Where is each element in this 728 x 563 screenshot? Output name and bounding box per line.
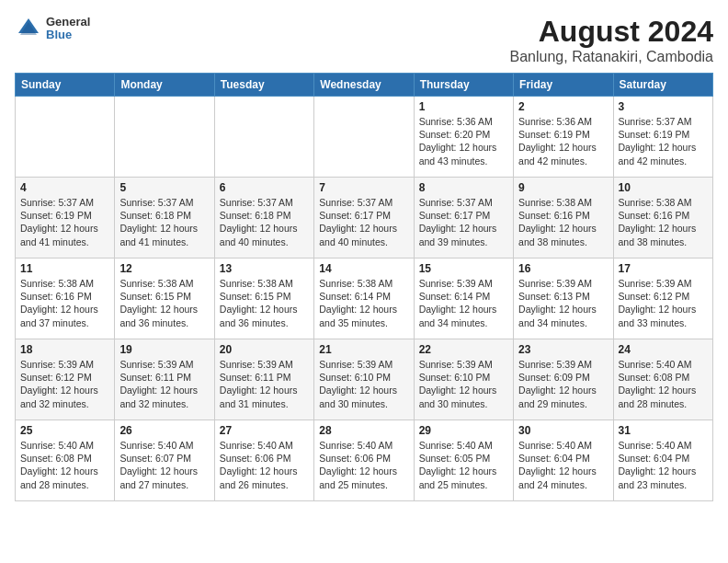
calendar-week-4: 18Sunrise: 5:39 AM Sunset: 6:12 PM Dayli… [16, 339, 713, 420]
day-info: Sunrise: 5:40 AM Sunset: 6:06 PM Dayligh… [319, 439, 408, 491]
day-number: 25 [20, 424, 109, 437]
calendar-cell: 28Sunrise: 5:40 AM Sunset: 6:06 PM Dayli… [314, 420, 414, 501]
calendar-cell: 18Sunrise: 5:39 AM Sunset: 6:12 PM Dayli… [16, 339, 115, 420]
day-number: 19 [119, 343, 209, 356]
day-info: Sunrise: 5:37 AM Sunset: 6:17 PM Dayligh… [419, 196, 508, 248]
day-number: 24 [619, 343, 708, 356]
calendar-cell: 16Sunrise: 5:39 AM Sunset: 6:13 PM Dayli… [514, 259, 613, 339]
page-subtitle: Banlung, Ratanakiri, Cambodia [510, 49, 713, 65]
day-info: Sunrise: 5:38 AM Sunset: 6:16 PM Dayligh… [20, 277, 109, 329]
day-number: 5 [119, 181, 209, 194]
day-info: Sunrise: 5:38 AM Sunset: 6:14 PM Dayligh… [319, 277, 408, 329]
calendar-table: SundayMondayTuesdayWednesdayThursdayFrid… [15, 73, 713, 501]
day-info: Sunrise: 5:37 AM Sunset: 6:19 PM Dayligh… [619, 115, 708, 167]
calendar-cell: 23Sunrise: 5:39 AM Sunset: 6:09 PM Dayli… [514, 339, 613, 420]
day-number: 21 [319, 343, 408, 356]
day-info: Sunrise: 5:37 AM Sunset: 6:18 PM Dayligh… [119, 196, 209, 248]
day-number: 22 [419, 343, 508, 356]
day-info: Sunrise: 5:39 AM Sunset: 6:12 PM Dayligh… [20, 358, 109, 410]
calendar-week-2: 4Sunrise: 5:37 AM Sunset: 6:19 PM Daylig… [16, 178, 713, 259]
calendar-cell: 15Sunrise: 5:39 AM Sunset: 6:14 PM Dayli… [414, 259, 513, 339]
day-info: Sunrise: 5:39 AM Sunset: 6:14 PM Dayligh… [419, 277, 508, 329]
calendar-week-1: 1Sunrise: 5:36 AM Sunset: 6:20 PM Daylig… [16, 97, 713, 178]
calendar-cell: 27Sunrise: 5:40 AM Sunset: 6:06 PM Dayli… [214, 420, 313, 501]
calendar-cell: 17Sunrise: 5:39 AM Sunset: 6:12 PM Dayli… [613, 259, 712, 339]
logo-icon [15, 15, 42, 42]
day-info: Sunrise: 5:40 AM Sunset: 6:07 PM Dayligh… [119, 439, 209, 491]
weekday-header-tuesday: Tuesday [214, 74, 313, 97]
day-number: 10 [619, 181, 708, 194]
weekday-header-monday: Monday [115, 74, 214, 97]
calendar-cell: 11Sunrise: 5:38 AM Sunset: 6:16 PM Dayli… [16, 259, 115, 339]
day-number: 12 [119, 262, 209, 275]
calendar-cell: 14Sunrise: 5:38 AM Sunset: 6:14 PM Dayli… [314, 259, 414, 339]
day-info: Sunrise: 5:38 AM Sunset: 6:15 PM Dayligh… [119, 277, 209, 329]
calendar-cell: 25Sunrise: 5:40 AM Sunset: 6:08 PM Dayli… [16, 420, 115, 501]
day-number: 14 [319, 262, 408, 275]
logo-blue: Blue [46, 29, 90, 41]
day-number: 13 [220, 262, 309, 275]
calendar-week-3: 11Sunrise: 5:38 AM Sunset: 6:16 PM Dayli… [16, 259, 713, 339]
day-info: Sunrise: 5:39 AM Sunset: 6:13 PM Dayligh… [518, 277, 608, 329]
calendar-cell: 30Sunrise: 5:40 AM Sunset: 6:04 PM Dayli… [514, 420, 613, 501]
day-info: Sunrise: 5:40 AM Sunset: 6:04 PM Dayligh… [518, 439, 608, 491]
day-info: Sunrise: 5:36 AM Sunset: 6:20 PM Dayligh… [419, 115, 508, 167]
calendar-cell: 1Sunrise: 5:36 AM Sunset: 6:20 PM Daylig… [414, 97, 513, 178]
day-info: Sunrise: 5:39 AM Sunset: 6:11 PM Dayligh… [119, 358, 209, 410]
day-number: 4 [20, 181, 109, 194]
calendar-cell: 4Sunrise: 5:37 AM Sunset: 6:19 PM Daylig… [16, 178, 115, 259]
calendar-cell [314, 97, 414, 178]
weekday-row: SundayMondayTuesdayWednesdayThursdayFrid… [16, 74, 713, 97]
day-info: Sunrise: 5:37 AM Sunset: 6:17 PM Dayligh… [319, 196, 408, 248]
calendar-cell [115, 97, 214, 178]
day-info: Sunrise: 5:39 AM Sunset: 6:10 PM Dayligh… [419, 358, 508, 410]
day-info: Sunrise: 5:40 AM Sunset: 6:08 PM Dayligh… [20, 439, 109, 491]
calendar-cell: 24Sunrise: 5:40 AM Sunset: 6:08 PM Dayli… [613, 339, 712, 420]
weekday-header-thursday: Thursday [414, 74, 513, 97]
day-number: 11 [20, 262, 109, 275]
day-info: Sunrise: 5:38 AM Sunset: 6:16 PM Dayligh… [518, 196, 608, 248]
calendar-cell: 10Sunrise: 5:38 AM Sunset: 6:16 PM Dayli… [613, 178, 712, 259]
day-number: 6 [220, 181, 309, 194]
calendar-cell: 9Sunrise: 5:38 AM Sunset: 6:16 PM Daylig… [514, 178, 613, 259]
day-number: 16 [518, 262, 608, 275]
calendar-cell: 31Sunrise: 5:40 AM Sunset: 6:04 PM Dayli… [613, 420, 712, 501]
page-title: August 2024 [510, 15, 713, 49]
day-number: 15 [419, 262, 508, 275]
weekday-header-sunday: Sunday [16, 74, 115, 97]
calendar-cell: 20Sunrise: 5:39 AM Sunset: 6:11 PM Dayli… [214, 339, 313, 420]
weekday-header-wednesday: Wednesday [314, 74, 414, 97]
calendar-cell: 8Sunrise: 5:37 AM Sunset: 6:17 PM Daylig… [414, 178, 513, 259]
day-info: Sunrise: 5:39 AM Sunset: 6:12 PM Dayligh… [619, 277, 708, 329]
day-number: 3 [619, 100, 708, 113]
day-info: Sunrise: 5:37 AM Sunset: 6:18 PM Dayligh… [220, 196, 309, 248]
weekday-header-friday: Friday [514, 74, 613, 97]
weekday-header-saturday: Saturday [613, 74, 712, 97]
day-number: 1 [419, 100, 508, 113]
day-number: 8 [419, 181, 508, 194]
day-info: Sunrise: 5:40 AM Sunset: 6:08 PM Dayligh… [619, 358, 708, 410]
day-number: 29 [419, 424, 508, 437]
logo: General Blue [15, 15, 90, 42]
day-number: 17 [619, 262, 708, 275]
day-info: Sunrise: 5:39 AM Sunset: 6:09 PM Dayligh… [518, 358, 608, 410]
day-info: Sunrise: 5:40 AM Sunset: 6:06 PM Dayligh… [220, 439, 309, 491]
calendar-cell: 2Sunrise: 5:36 AM Sunset: 6:19 PM Daylig… [514, 97, 613, 178]
calendar-cell: 22Sunrise: 5:39 AM Sunset: 6:10 PM Dayli… [414, 339, 513, 420]
day-number: 28 [319, 424, 408, 437]
day-number: 23 [518, 343, 608, 356]
calendar-cell: 3Sunrise: 5:37 AM Sunset: 6:19 PM Daylig… [613, 97, 712, 178]
day-number: 30 [518, 424, 608, 437]
calendar-cell: 19Sunrise: 5:39 AM Sunset: 6:11 PM Dayli… [115, 339, 214, 420]
day-info: Sunrise: 5:40 AM Sunset: 6:04 PM Dayligh… [619, 439, 708, 491]
day-number: 18 [20, 343, 109, 356]
calendar-cell: 13Sunrise: 5:38 AM Sunset: 6:15 PM Dayli… [214, 259, 313, 339]
day-info: Sunrise: 5:40 AM Sunset: 6:05 PM Dayligh… [419, 439, 508, 491]
day-info: Sunrise: 5:39 AM Sunset: 6:11 PM Dayligh… [220, 358, 309, 410]
calendar-cell [214, 97, 313, 178]
day-info: Sunrise: 5:39 AM Sunset: 6:10 PM Dayligh… [319, 358, 408, 410]
calendar-header: SundayMondayTuesdayWednesdayThursdayFrid… [16, 74, 713, 97]
calendar-body: 1Sunrise: 5:36 AM Sunset: 6:20 PM Daylig… [16, 97, 713, 501]
day-number: 9 [518, 181, 608, 194]
day-number: 31 [619, 424, 708, 437]
